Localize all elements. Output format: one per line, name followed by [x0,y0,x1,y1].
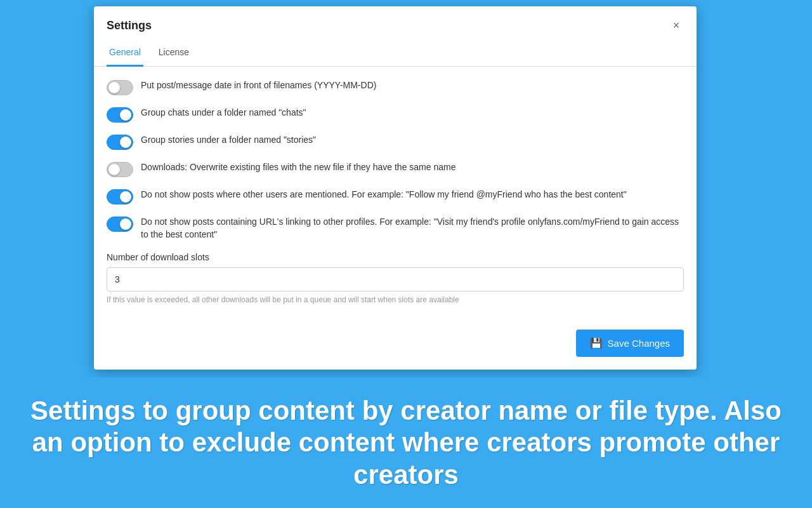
toggle-overwrite[interactable] [107,162,133,177]
toggle-label-date-prefix: Put post/message date in front of filena… [141,79,376,92]
toggle-row-hide-mentions: Do not show posts where other users are … [107,189,684,204]
bottom-banner-text: Settings to group content by creator nam… [13,395,799,491]
dialog-titlebar: Settings × [94,6,697,41]
download-slots-label: Number of download slots [107,252,684,262]
download-slots-input[interactable] [107,267,684,291]
save-changes-button[interactable]: 💾 Save Changes [576,330,684,357]
toggle-row-group-chats: Group chats under a folder named "chats" [107,107,684,123]
toggle-hide-urls[interactable] [107,217,133,232]
toggle-row-overwrite: Downloads: Overwrite existing files with… [107,161,684,177]
save-button-label: Save Changes [608,338,670,349]
download-slots-hint: If this value is exceeded, all other dow… [107,295,684,304]
toggle-row-date-prefix: Put post/message date in front of filena… [107,79,684,95]
settings-dialog: Settings × General License Put post/mess… [94,6,697,370]
download-slots-section: Number of download slots If this value i… [107,252,684,304]
toggle-label-hide-urls: Do not show posts containing URL's linki… [141,216,684,241]
settings-content: Put post/message date in front of filena… [94,67,697,323]
toggle-label-group-stories: Group stories under a folder named "stor… [141,134,316,147]
toggle-date-prefix[interactable] [107,80,133,95]
save-icon: 💾 [590,337,603,349]
dialog-title: Settings [107,19,152,32]
tab-license[interactable]: License [156,41,192,67]
toggle-row-hide-urls: Do not show posts containing URL's linki… [107,216,684,241]
toggle-label-group-chats: Group chats under a folder named "chats" [141,107,306,119]
tab-bar: General License [94,41,697,67]
toggle-group-chats[interactable] [107,107,133,123]
toggle-hide-mentions[interactable] [107,189,133,204]
tab-general[interactable]: General [107,41,143,67]
toggle-group-stories[interactable] [107,135,133,150]
close-button[interactable]: × [669,18,684,33]
toggle-label-hide-mentions: Do not show posts where other users are … [141,189,627,201]
dialog-footer: 💾 Save Changes [94,323,697,370]
toggle-row-group-stories: Group stories under a folder named "stor… [107,134,684,150]
bottom-banner: Settings to group content by creator nam… [0,378,812,508]
toggle-label-overwrite: Downloads: Overwrite existing files with… [141,161,455,174]
